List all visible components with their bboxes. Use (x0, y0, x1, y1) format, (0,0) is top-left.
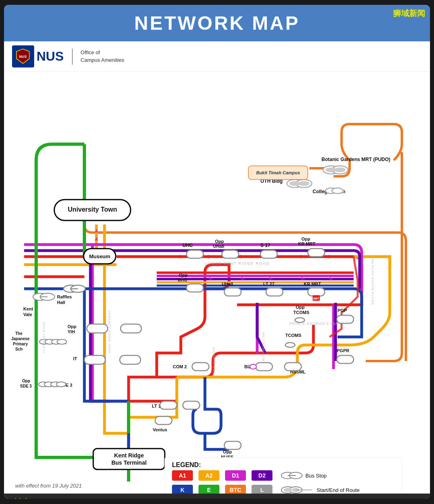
svg-text:A1: A1 (179, 472, 186, 479)
header: NETWORK MAP 狮域新闻 (4, 5, 430, 41)
svg-text:UHC: UHC (182, 243, 193, 248)
network-map-svg: University Town Museum Kent Vale Raffles… (4, 72, 430, 494)
svg-text:KR MRT: KR MRT (304, 282, 321, 286)
svg-point-82 (285, 343, 295, 347)
university-town-label: University Town (68, 206, 117, 213)
logo-box: NUS NUS Office of Campus Amenities (12, 45, 124, 67)
svg-text:TCOMS: TCOMS (285, 333, 301, 338)
svg-rect-66 (155, 416, 172, 424)
svg-text:Botanic Gardens MRT (PUDO): Botanic Gardens MRT (PUDO) (321, 157, 390, 162)
map-area: University Town Museum Kent Vale Raffles… (4, 72, 430, 494)
footer-website: shicheng.news (10, 497, 62, 499)
svg-rect-91 (186, 250, 203, 258)
svg-text:SOUTH BOUNA VISTA RD: SOUTH BOUNA VISTA RD (371, 258, 375, 305)
svg-text:Opp: Opp (179, 273, 188, 278)
svg-text:Vale: Vale (23, 312, 32, 317)
svg-text:Raffles: Raffles (57, 294, 72, 299)
svg-text:Ventus: Ventus (153, 427, 167, 432)
svg-point-44 (57, 339, 67, 344)
footer-bar: shicheng.news (4, 494, 430, 499)
svg-text:PGP: PGP (338, 308, 347, 313)
svg-rect-106 (266, 288, 283, 296)
svg-text:E: E (207, 487, 211, 493)
svg-text:Hall: Hall (57, 300, 65, 305)
svg-rect-94 (222, 250, 239, 258)
svg-text:UHall: UHall (222, 282, 233, 286)
svg-rect-64 (183, 401, 200, 409)
svg-text:IT: IT (73, 356, 77, 361)
svg-point-122 (298, 181, 309, 186)
svg-text:LT 27: LT 27 (263, 282, 274, 286)
svg-text:COM 2: COM 2 (173, 364, 187, 369)
svg-rect-89 (337, 355, 354, 363)
svg-text:Opp: Opp (296, 305, 305, 310)
svg-text:S 17: S 17 (260, 243, 270, 248)
svg-text:K: K (180, 487, 184, 493)
svg-text:NUS: NUS (19, 55, 27, 59)
svg-text:SDE 3: SDE 3 (20, 384, 32, 388)
svg-text:The: The (15, 331, 23, 336)
svg-rect-96 (260, 250, 277, 258)
office-text: Office of Campus Amenities (81, 49, 124, 63)
nus-name: NUS (37, 49, 64, 64)
svg-point-60 (56, 382, 66, 387)
svg-point-74 (250, 364, 256, 369)
svg-rect-49 (121, 324, 141, 333)
svg-text:PGPR: PGPR (337, 348, 349, 353)
svg-rect-71 (192, 363, 209, 371)
svg-point-160 (284, 488, 292, 492)
svg-text:Opp: Opp (215, 239, 224, 244)
svg-text:Bus Terminal: Bus Terminal (111, 459, 147, 466)
svg-text:with effect from 19 July 2021: with effect from 19 July 2021 (15, 483, 82, 489)
svg-rect-47 (87, 324, 108, 333)
svg-text:A2: A2 (205, 472, 213, 479)
svg-text:Opp: Opp (22, 379, 30, 383)
svg-text:TCOMS: TCOMS (293, 310, 309, 315)
svg-text:UHall: UHall (213, 244, 224, 249)
logo-bar: NUS NUS Office of Campus Amenities (4, 41, 430, 72)
svg-point-125 (332, 188, 343, 194)
svg-text:Japanese: Japanese (11, 337, 30, 341)
svg-text:Sch: Sch (15, 347, 23, 351)
svg-text:Kent Ridge: Kent Ridge (114, 452, 144, 459)
svg-text:Primary: Primary (13, 342, 28, 346)
svg-text:Bus Stop: Bus Stop (305, 473, 327, 479)
svg-text:D1: D1 (232, 472, 239, 479)
svg-text:MRT: MRT (313, 297, 319, 300)
svg-text:LEGEND:: LEGEND: (172, 461, 201, 468)
svg-text:D2: D2 (258, 472, 266, 479)
svg-rect-102 (186, 284, 203, 292)
svg-rect-108 (308, 288, 325, 296)
page-title: NETWORK MAP (4, 12, 430, 34)
watermark: 狮域新闻 (393, 8, 425, 19)
svg-text:YIH: YIH (68, 329, 75, 334)
nus-shield-icon: NUS (12, 45, 34, 67)
svg-text:KR MRT: KR MRT (298, 241, 315, 246)
svg-text:COMPUTING DR: COMPUTING DR (212, 347, 216, 377)
svg-text:Opp: Opp (68, 324, 76, 329)
svg-text:PRINCE GEORGE'S PARK: PRINCE GEORGE'S PARK (289, 322, 342, 326)
svg-point-116 (334, 167, 346, 172)
svg-rect-62 (160, 401, 177, 409)
svg-text:KENT RIDGE CRESENT: KENT RIDGE CRESENT (108, 310, 111, 353)
main-container: NETWORK MAP 狮域新闻 NUS NUS Office of Campu… (4, 5, 430, 499)
svg-text:Opp: Opp (223, 449, 232, 454)
svg-rect-104 (224, 288, 241, 296)
svg-text:Start/End of Route: Start/End of Route (317, 487, 360, 493)
svg-text:Bukit Timah Campus: Bukit Timah Campus (256, 170, 300, 175)
svg-rect-80 (224, 441, 241, 449)
svg-text:L: L (260, 487, 264, 493)
svg-text:Museum: Museum (89, 253, 111, 259)
svg-text:Opp: Opp (301, 237, 310, 241)
svg-rect-67 (93, 449, 165, 469)
svg-rect-53 (120, 355, 141, 364)
svg-text:CLEMENTI ROAD: CLEMENTI ROAD (42, 321, 46, 353)
svg-text:Kent: Kent (23, 306, 33, 311)
svg-text:LOWER KENT RIDGE ROAD: LOWER KENT RIDGE ROAD (205, 261, 270, 265)
svg-text:BTC: BTC (230, 487, 242, 493)
svg-text:UHC: UHC (178, 278, 187, 282)
logo-divider (72, 49, 73, 65)
svg-rect-99 (308, 249, 325, 257)
svg-rect-51 (84, 355, 105, 364)
svg-text:BUSINESS LINK: BUSINESS LINK (262, 332, 265, 361)
